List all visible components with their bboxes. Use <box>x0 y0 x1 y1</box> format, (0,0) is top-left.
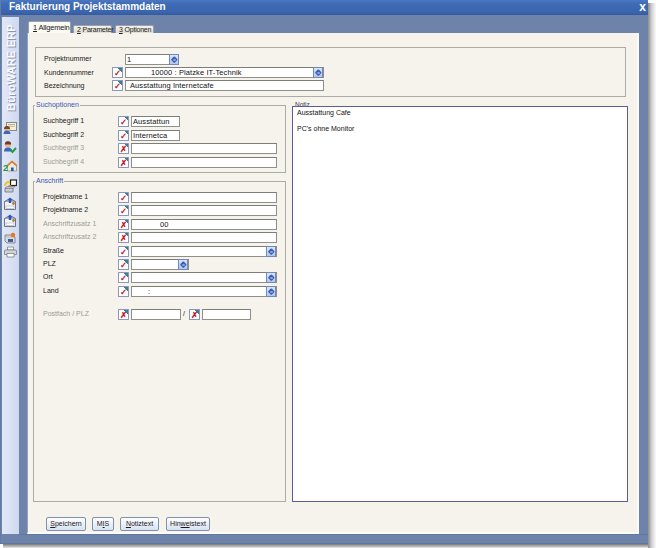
svg-text:2: 2 <box>3 163 8 173</box>
